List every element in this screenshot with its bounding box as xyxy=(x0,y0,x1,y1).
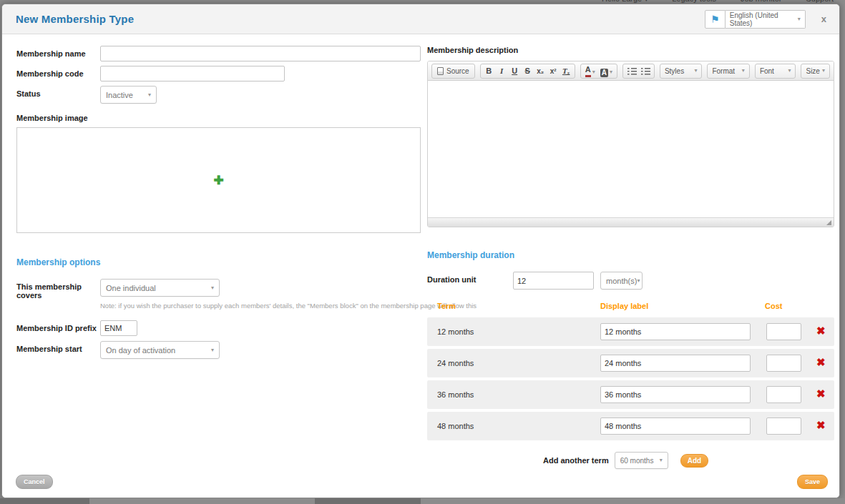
membership-duration-heading: Membership duration xyxy=(427,250,834,260)
cost-input[interactable] xyxy=(766,417,801,435)
chevron-down-icon: ▾ xyxy=(788,68,791,74)
new-membership-type-modal: New Membership Type ⚑ English (United St… xyxy=(1,4,840,498)
membership-options-heading: Membership options xyxy=(16,257,421,267)
delete-row-icon[interactable]: ✖ xyxy=(816,420,826,430)
font-select[interactable]: Font ▾ xyxy=(755,64,796,79)
cost-input[interactable] xyxy=(766,386,801,403)
chevron-down-icon: ▾ xyxy=(211,347,214,353)
membership-code-input[interactable] xyxy=(100,66,285,81)
backdrop-nav: Hello Large▾ Legacy tools Job monitor Su… xyxy=(0,0,845,3)
membership-code-label: Membership code xyxy=(16,66,100,78)
display-label-input[interactable] xyxy=(600,355,751,372)
numbered-list-icon[interactable] xyxy=(627,67,637,75)
chevron-down-icon: ▾ xyxy=(694,68,697,74)
styles-select[interactable]: Styles ▾ xyxy=(660,64,702,79)
backdrop-nav-legacy-tools[interactable]: Legacy tools xyxy=(672,0,716,3)
chevron-down-icon: ▾ xyxy=(822,68,825,74)
duration-unit-label: Duration unit xyxy=(427,272,513,284)
delete-row-icon[interactable]: ✖ xyxy=(816,388,826,399)
covers-select[interactable]: One individual ▾ xyxy=(100,279,220,297)
backdrop-nav-support[interactable]: Support xyxy=(806,0,834,3)
covers-note: Note: if you wish the purchaser to suppl… xyxy=(100,302,421,310)
duration-unit-input[interactable] xyxy=(513,272,594,290)
rich-text-editor: Source B I U S x₂ x² Tₓ A xyxy=(427,61,834,227)
bulleted-list-icon[interactable] xyxy=(640,67,650,75)
remove-format-button[interactable]: Tₓ xyxy=(560,65,572,77)
italic-button[interactable]: I xyxy=(496,65,508,77)
id-prefix-input[interactable] xyxy=(100,320,137,336)
term-text: 48 months xyxy=(437,422,474,430)
underline-button[interactable]: U xyxy=(509,65,521,77)
chevron-down-icon: ▾ xyxy=(660,458,663,463)
add-image-icon: ✚ xyxy=(213,174,223,187)
chevron-down-icon: ▾ xyxy=(798,16,801,22)
chevron-down-icon: ▾ xyxy=(645,0,648,3)
superscript-button[interactable]: x² xyxy=(547,65,560,77)
source-button[interactable]: Source xyxy=(434,65,472,77)
format-select[interactable]: Format ▾ xyxy=(707,64,749,79)
membership-start-select-value: On day of activation xyxy=(106,346,175,355)
text-color-button[interactable]: A ▾ xyxy=(583,65,597,77)
duration-unit-select[interactable]: month(s) ▾ xyxy=(600,272,643,290)
cost-input[interactable] xyxy=(766,323,801,340)
cost-input[interactable] xyxy=(766,355,801,372)
modal-header: New Membership Type ⚑ English (United St… xyxy=(2,4,839,34)
status-select[interactable]: Inactive ▾ xyxy=(100,86,157,104)
add-term-row: Add another term 60 months ▾ Add xyxy=(427,452,834,469)
add-another-term-label: Add another term xyxy=(543,456,609,465)
right-column: Membership description Source B I U S xyxy=(427,46,834,469)
chevron-down-icon: ▾ xyxy=(742,68,745,74)
strikethrough-button[interactable]: S xyxy=(522,65,534,77)
term-column-header: Term xyxy=(437,302,456,310)
covers-select-value: One individual xyxy=(106,284,156,292)
close-icon[interactable]: x xyxy=(819,12,829,26)
display-label-column-header: Display label xyxy=(600,302,648,310)
delete-row-icon[interactable]: ✖ xyxy=(816,357,826,367)
background-color-button[interactable]: A ▾ xyxy=(598,65,615,77)
table-row: 36 months ✖ xyxy=(427,380,834,409)
resize-handle-icon[interactable] xyxy=(826,220,831,225)
term-text: 36 months xyxy=(437,390,474,399)
language-select-value: English (United States) xyxy=(730,11,798,27)
duration-unit-select-value: month(s) xyxy=(606,277,637,285)
chevron-down-icon: ▾ xyxy=(148,92,151,98)
add-term-select-value: 60 months xyxy=(620,457,654,465)
duration-table-headers: Term Display label Cost xyxy=(427,302,834,311)
backdrop-nav-job-monitor[interactable]: Job monitor xyxy=(741,0,781,3)
term-text: 24 months xyxy=(437,359,474,367)
membership-start-select[interactable]: On day of activation ▾ xyxy=(100,341,220,359)
modal-body: Membership name Membership code Status I… xyxy=(2,34,839,498)
save-button[interactable]: Save xyxy=(797,475,828,489)
display-label-input[interactable] xyxy=(600,323,751,340)
backdrop-page-bottom xyxy=(0,498,845,504)
status-select-value: Inactive xyxy=(106,91,133,99)
add-term-select[interactable]: 60 months ▾ xyxy=(615,452,668,469)
backdrop-nav-user[interactable]: Hello Large▾ xyxy=(602,0,648,3)
size-select[interactable]: Size ▾ xyxy=(801,64,830,79)
language-select[interactable]: English (United States) ▾ xyxy=(726,10,806,29)
membership-start-label: Membership start xyxy=(16,341,100,353)
subscript-button[interactable]: x₂ xyxy=(534,65,547,77)
covers-label: This membership covers xyxy=(16,279,100,300)
display-label-input[interactable] xyxy=(600,417,751,435)
display-label-input[interactable] xyxy=(600,386,751,403)
cancel-button[interactable]: Cancel xyxy=(16,475,53,489)
delete-row-icon[interactable]: ✖ xyxy=(816,325,826,336)
membership-image-upload[interactable]: ✚ xyxy=(16,127,421,233)
table-row: 48 months ✖ xyxy=(427,412,834,440)
id-prefix-label: Membership ID prefix xyxy=(16,320,100,332)
description-editor-area[interactable] xyxy=(428,81,834,217)
add-button[interactable]: Add xyxy=(680,454,708,468)
chevron-down-icon: ▾ xyxy=(211,285,214,291)
chevron-down-icon: ▾ xyxy=(610,69,612,75)
chevron-down-icon: ▾ xyxy=(637,278,640,284)
membership-name-input[interactable] xyxy=(100,46,421,61)
page-title: New Membership Type xyxy=(16,13,134,25)
source-icon xyxy=(437,67,444,75)
flag-icon: ⚑ xyxy=(710,14,720,24)
left-column: Membership name Membership code Status I… xyxy=(16,46,421,359)
status-label: Status xyxy=(16,86,100,98)
bold-button[interactable]: B xyxy=(483,65,495,77)
term-text: 12 months xyxy=(437,327,474,336)
membership-image-label: Membership image xyxy=(16,114,421,122)
